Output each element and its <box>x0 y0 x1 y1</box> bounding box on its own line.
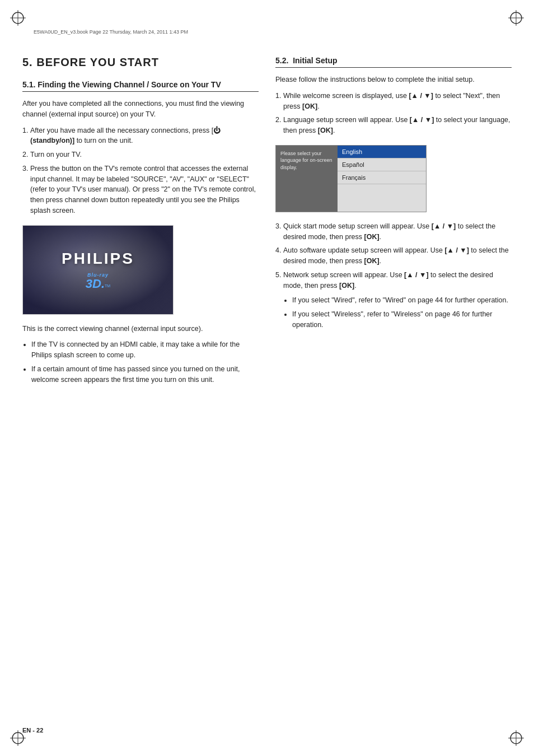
subsection-52-title: 5.2. Initial Setup <box>275 56 512 68</box>
threed-text: 3D. <box>86 278 105 290</box>
sub2-steps-cont: Quick start mode setup screen will appea… <box>275 221 512 330</box>
language-selector-screenshot: Please select your language for on-scree… <box>275 145 427 212</box>
standby-key: ⏻ (standby/on)] <box>30 127 221 145</box>
sub1-bullets: If the TV is connected by an HDMI cable,… <box>22 339 259 385</box>
step-2: Turn on your TV. <box>30 150 259 160</box>
page-footer: EN - 22 <box>22 727 43 734</box>
section-title: 5. BEFORE YOU START <box>22 56 259 69</box>
key-ok-3: [OK] <box>364 233 380 241</box>
key-ok-5: [OK] <box>339 282 354 290</box>
sub2-step-5: Network setup screen will appear. Use [▲… <box>283 270 512 330</box>
subsection-52-heading: Initial Setup <box>293 56 337 65</box>
sub2-step-3: Quick start mode setup screen will appea… <box>283 221 512 242</box>
right-column: 5.2. Initial Setup Please follow the ins… <box>275 56 512 388</box>
step-3: Press the button on the TV's remote cont… <box>30 164 259 216</box>
bullet-2: If a certain amount of time has passed s… <box>31 364 259 385</box>
sub1-intro: After you have completed all the connect… <box>22 99 259 120</box>
bluray-badge: Blu-ray 3D. TM <box>86 272 110 290</box>
sub2-step-1: While welcome screen is displayed, use [… <box>283 91 512 112</box>
philips-logo-text: PHILIPS <box>62 250 134 268</box>
splash-caption: This is the correct viewing channel (ext… <box>22 324 259 334</box>
bullet-1: If the TV is connected by an HDMI cable,… <box>31 339 259 361</box>
lang-options-panel: English Español Français <box>338 146 426 212</box>
tm-text: TM <box>105 284 110 288</box>
file-info: E5WA0UD_EN_v3.book Page 22 Thursday, Mar… <box>34 29 188 35</box>
subsection-52-number: 5.2. <box>275 56 288 65</box>
subsection-51-heading: Finding the Viewing Channel / Source on … <box>38 80 221 89</box>
splash-screen-image: PHILIPS Blu-ray 3D. TM <box>22 225 174 315</box>
lang-option-francais: Français <box>338 171 426 184</box>
sub2-step5-bullets: If you select "Wired", refer to "Wired" … <box>283 295 512 330</box>
sub1-steps: After you have made all the necessary co… <box>22 125 259 216</box>
page: E5WA0UD_EN_v3.book Page 22 Thursday, Mar… <box>0 0 534 756</box>
key-up-down-3: [▲ / ▼] <box>432 222 456 230</box>
sub2-steps: While welcome screen is displayed, use [… <box>275 91 512 136</box>
lang-option-espanol: Español <box>338 158 426 171</box>
step-1: After you have made all the necessary co… <box>30 125 259 147</box>
lang-option-english: English <box>338 146 426 158</box>
key-ok-2: [OK] <box>318 127 333 134</box>
key-up-down-4: [▲ / ▼] <box>444 246 469 254</box>
corner-tr <box>508 10 524 26</box>
sub2-step-2: Language setup screen will appear. Use [… <box>283 115 512 136</box>
key-up-down-5: [▲ / ▼] <box>404 271 429 279</box>
corner-tl <box>10 10 26 26</box>
key-up-down-2: [▲ / ▼] <box>410 116 434 124</box>
bullet-wired: If you select "Wired", refer to "Wired" … <box>292 295 512 306</box>
bullet-wireless: If you select "Wireless", refer to "Wire… <box>292 309 512 330</box>
lang-left-panel: Please select your language for on-scree… <box>276 146 338 212</box>
content-area: 5. BEFORE YOU START 5.1. Finding the Vie… <box>22 56 512 388</box>
sub2-intro: Please follow the instructions below to … <box>275 74 512 85</box>
key-ok-1: [OK] <box>302 102 317 110</box>
subsection-51-title: 5.1. Finding the Viewing Channel / Sourc… <box>22 80 259 92</box>
key-ok-4: [OK] <box>364 257 380 265</box>
sub2-step-4: Auto software update setup screen will a… <box>283 245 512 267</box>
corner-br <box>508 730 524 746</box>
subsection-51-number: 5.1. <box>22 80 35 89</box>
key-up-down-1: [▲ / ▼] <box>409 92 433 100</box>
left-column: 5. BEFORE YOU START 5.1. Finding the Vie… <box>22 56 259 388</box>
